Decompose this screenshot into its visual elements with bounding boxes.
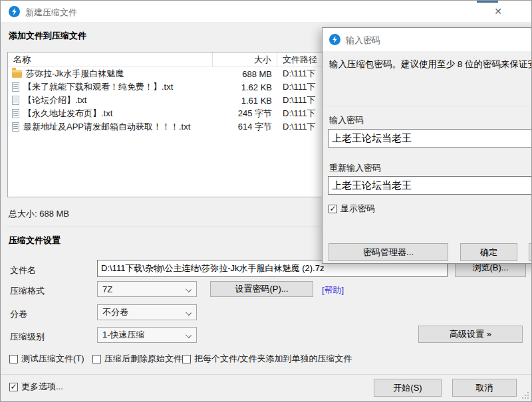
new-archive-window: 新建压缩文件 ✕ 添加文件到压缩文件 名称 大小 文件路径 莎弥拉-Jk水手服白… xyxy=(0,0,532,402)
reenter-password-label: 重新输入密码 xyxy=(329,162,381,174)
password-description: 输入压缩包密码。建议使用至少 8 位的密码来保证安全 xyxy=(329,58,532,70)
checkbox-delete-originals[interactable]: 压缩后删除原始文件 xyxy=(92,353,182,365)
enter-password-dialog: 输入密码 输入压缩包密码。建议使用至少 8 位的密码来保证安全 输入密码 上老王… xyxy=(322,27,532,264)
format-select[interactable]: 7Z xyxy=(97,281,197,297)
checkbox-box[interactable] xyxy=(182,355,191,363)
file-name: 【论坛介绍】.txt xyxy=(23,94,86,106)
filename-label: 文件名 xyxy=(10,264,36,276)
password-manager-button[interactable]: 密码管理器... xyxy=(329,243,448,261)
format-value: 7Z xyxy=(102,284,112,294)
text-file-icon xyxy=(12,96,19,105)
chevron-down-icon xyxy=(186,286,192,292)
divider xyxy=(323,106,532,106)
clipped-cancel-button[interactable] xyxy=(529,243,532,261)
column-header-size[interactable]: 大小 xyxy=(213,52,277,66)
add-files-section-header: 添加文件到压缩文件 xyxy=(9,30,86,42)
checkbox-box[interactable] xyxy=(9,355,18,363)
chevron-down-icon xyxy=(186,310,192,316)
window-title: 新建压缩文件 xyxy=(25,7,77,19)
file-size: 614 字节 xyxy=(213,121,277,133)
level-select[interactable]: 1-快速压缩 xyxy=(97,327,197,343)
total-size-label: 总大小: 688 MB xyxy=(9,208,69,220)
checkbox-box[interactable] xyxy=(92,355,101,363)
background-window-sliver xyxy=(477,1,498,3)
start-button[interactable]: 开始(S) xyxy=(374,379,442,397)
file-size: 1.62 KB xyxy=(213,82,277,92)
level-value: 1-快速压缩 xyxy=(102,329,145,341)
checkbox-separate-archives[interactable]: 把每个文件/文件夹添加到单独的压缩文件 xyxy=(182,353,352,365)
bandizip-app-icon xyxy=(329,34,340,45)
checkbox-label: 显示密码 xyxy=(340,203,375,215)
file-name: 莎弥拉-Jk水手服白袜魅魔 xyxy=(26,68,124,80)
text-file-icon xyxy=(12,122,19,132)
file-name: 最新地址及APP请发邮箱自动获取！！！.txt xyxy=(23,121,190,133)
volume-label: 分卷 xyxy=(10,308,27,320)
checkbox-label: 压缩后删除原始文件 xyxy=(104,353,182,365)
checkbox-box-checked[interactable]: ✓ xyxy=(9,383,18,391)
show-password-checkbox[interactable]: ✓ 显示密码 xyxy=(329,203,375,215)
advanced-settings-button[interactable]: 高级设置 » xyxy=(418,326,523,343)
password-input[interactable]: 上老王论坛当老王 xyxy=(328,129,532,148)
file-name: 【来了就能下载和观看！纯免费！】.txt xyxy=(23,81,173,93)
more-options-checkbox[interactable]: ✓ 更多选项... xyxy=(9,381,63,393)
main-titlebar: 新建压缩文件 ✕ xyxy=(1,1,532,22)
file-name: 【永久地址发布页】.txt xyxy=(23,108,112,120)
chevron-down-icon xyxy=(186,332,192,338)
level-label: 压缩级别 xyxy=(10,331,45,343)
password-confirm-input[interactable]: 上老王论坛当老王 xyxy=(328,176,532,195)
bandizip-app-icon xyxy=(9,6,20,17)
checkbox-label: 测试压缩文件(T) xyxy=(21,353,84,365)
resize-grip[interactable] xyxy=(522,392,529,399)
checkbox-label: 更多选项... xyxy=(21,381,63,393)
file-size: 1.61 KB xyxy=(213,96,277,106)
password-dialog-title: 输入密码 xyxy=(346,35,380,47)
text-file-icon xyxy=(12,82,19,92)
column-header-name[interactable]: 名称 xyxy=(8,52,213,66)
divider xyxy=(1,374,532,375)
volume-value: 不分卷 xyxy=(102,306,128,318)
set-password-button[interactable]: 设置密码(P)... xyxy=(210,281,313,297)
volume-select[interactable]: 不分卷 xyxy=(97,304,197,320)
archive-settings-header: 压缩文件设置 xyxy=(9,235,61,247)
folder-icon xyxy=(12,70,22,78)
text-file-icon xyxy=(12,109,19,118)
checkbox-label: 把每个文件/文件夹添加到单独的压缩文件 xyxy=(194,353,352,365)
checkbox-test-archive[interactable]: 测试压缩文件(T) xyxy=(9,353,84,365)
enter-password-label: 输入密码 xyxy=(329,114,364,126)
file-size: 688 MB xyxy=(213,69,277,79)
ok-button[interactable]: 确定 xyxy=(460,243,517,261)
checkbox-box-checked[interactable]: ✓ xyxy=(329,205,337,213)
help-link[interactable]: [帮助] xyxy=(322,284,344,296)
cancel-button[interactable]: 取消 xyxy=(452,379,517,397)
format-label: 压缩格式 xyxy=(10,285,45,297)
password-dialog-titlebar: 输入密码 xyxy=(323,28,532,51)
file-size: 245 字节 xyxy=(213,108,277,120)
close-icon[interactable]: ✕ xyxy=(489,5,507,19)
